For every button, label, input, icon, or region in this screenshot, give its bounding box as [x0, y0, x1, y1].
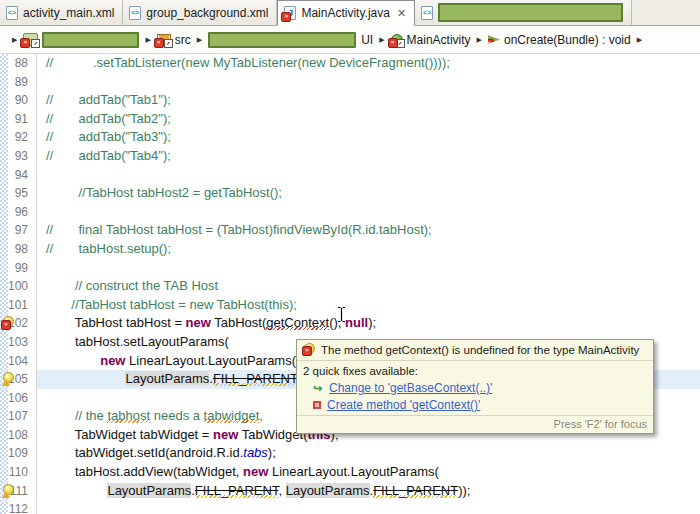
code-lines: 88// .setTabListener(new MyTabListener(n…	[0, 54, 700, 514]
bulb-warning-icon[interactable]	[1, 484, 15, 498]
line-number: 106	[0, 389, 36, 408]
redacted-package-name	[208, 32, 356, 48]
redacted-project-name	[42, 32, 139, 48]
code-line-100[interactable]: 100 // construct the TAB Host	[0, 277, 700, 296]
code-line-94[interactable]: 94	[0, 166, 700, 185]
code-text: TabHost tabHost = new TabHost(getContext…	[36, 314, 700, 333]
line-number: 91	[0, 110, 36, 129]
line-number: 107	[0, 407, 36, 426]
tab-label: activity_main.xml	[23, 6, 114, 20]
quickfix-change-link[interactable]: Change to 'getBaseContext(..)'	[329, 381, 492, 395]
tooltip-focus-hint: Press 'F2' for focus	[297, 415, 653, 433]
code-line-101[interactable]: 101 //TabHost tabHost = new TabHost(this…	[0, 296, 700, 315]
code-line-99[interactable]: 99	[0, 259, 700, 278]
tooltip-error-message: The method getContext() is undefined for…	[321, 344, 639, 356]
xml-file-icon	[6, 6, 18, 20]
code-line-109[interactable]: 109 tabWidget.setId(android.R.id.tabs);	[0, 444, 700, 463]
breadcrumb-src-label: src	[175, 33, 191, 47]
change-correction-icon: ↪	[313, 383, 323, 393]
code-text	[36, 203, 700, 222]
tab-group-background-xml[interactable]: group_background.xml	[123, 0, 277, 25]
redacted-tab-name	[438, 3, 623, 22]
code-text	[36, 500, 700, 514]
code-line-91[interactable]: 91// addTab("Tab2");	[0, 110, 700, 129]
line-number: 95	[0, 184, 36, 203]
class-error-icon	[391, 34, 403, 46]
code-line-110[interactable]: 110 tabHost.addView(tabWidget, new Linea…	[0, 463, 700, 482]
code-text: // addTab("Tab2");	[36, 110, 700, 129]
line-number: 93	[0, 147, 36, 166]
code-editor[interactable]: 88// .setTabListener(new MyTabListener(n…	[0, 54, 700, 514]
line-number: 90	[0, 91, 36, 110]
line-number: 100	[0, 277, 36, 296]
code-text: // addTab("Tab3");	[36, 128, 700, 147]
code-line-89[interactable]: 89	[0, 73, 700, 92]
code-line-88[interactable]: 88// .setTabListener(new MyTabListener(n…	[0, 54, 700, 73]
breadcrumb-arrow-icon[interactable]: ▶	[12, 36, 17, 44]
tab-label: MainActivity.java	[301, 6, 389, 20]
tab-label: group_background.xml	[146, 6, 268, 20]
line-number: 96	[0, 203, 36, 222]
create-correction-icon	[313, 401, 321, 409]
code-line-102[interactable]: 102 TabHost tabHost = new TabHost(getCon…	[0, 314, 700, 333]
line-number: 103	[0, 333, 36, 352]
code-line-93[interactable]: 93// addTab("Tab4");	[0, 147, 700, 166]
code-line-96[interactable]: 96	[0, 203, 700, 222]
tab-redacted[interactable]	[415, 0, 632, 25]
breadcrumb-package[interactable]: UI	[208, 32, 373, 48]
breadcrumb-package-suffix: UI	[361, 33, 373, 47]
breadcrumb-class-label: MainActivity	[407, 33, 471, 47]
line-number: 112	[0, 500, 36, 514]
quickfix-count-label: 2 quick fixes available:	[297, 361, 653, 379]
code-line-97[interactable]: 97// final TabHost tabHost = (TabHost)fi…	[0, 221, 700, 240]
tab-activity-main-xml[interactable]: activity_main.xml	[0, 0, 123, 25]
code-text	[36, 166, 700, 185]
code-line-92[interactable]: 92// addTab("Tab3");	[0, 128, 700, 147]
bulb-warning-icon[interactable]	[1, 372, 15, 386]
line-number: 99	[0, 259, 36, 278]
line-number: 101	[0, 296, 36, 315]
line-number: 104	[0, 352, 36, 371]
line-number: 97	[0, 221, 36, 240]
breadcrumb-method[interactable]: onCreate(Bundle) : void	[488, 33, 631, 47]
code-line-95[interactable]: 95 //TabHost tabHost2 = getTabHost();	[0, 184, 700, 203]
line-number: 92	[0, 128, 36, 147]
code-line-111[interactable]: 111 LayoutParams.FILL_PARENT, LayoutPara…	[0, 482, 700, 501]
code-text: tabWidget.setId(android.R.id.tabs);	[36, 444, 700, 463]
text-cursor-icon	[336, 306, 347, 323]
breadcrumb-class[interactable]: MainActivity	[391, 33, 471, 47]
line-number: 94	[0, 166, 36, 185]
code-line-112[interactable]: 112	[0, 500, 700, 514]
source-folder-error-icon	[157, 34, 171, 46]
code-text: // final TabHost tabHost = (TabHost)find…	[36, 221, 700, 240]
tab-mainactivity-java[interactable]: MainActivity.java ✕	[277, 0, 415, 26]
quickfix-row: ↪ Change to 'getBaseContext(..)'	[297, 379, 653, 396]
breadcrumb-arrow-icon: ▶	[637, 36, 642, 44]
bulb-error-icon[interactable]	[1, 316, 15, 330]
breadcrumb-method-label: onCreate(Bundle) : void	[504, 33, 631, 47]
code-line-98[interactable]: 98// tabHost.setup();	[0, 240, 700, 259]
project-error-icon	[23, 33, 38, 46]
quickfix-row: Create method 'getContext()'	[297, 396, 653, 413]
line-number: 108	[0, 426, 36, 445]
code-text	[36, 259, 700, 278]
error-bulb-icon	[302, 343, 316, 356]
breadcrumb-arrow-icon: ▶	[379, 36, 384, 44]
code-text	[36, 73, 700, 92]
breadcrumb-src-folder[interactable]: src	[157, 33, 191, 47]
code-line-90[interactable]: 90// addTab("Tab1");	[0, 91, 700, 110]
code-text: tabHost.addView(tabWidget, new LinearLay…	[36, 463, 700, 482]
code-text: // construct the TAB Host	[36, 277, 700, 296]
breadcrumb-project[interactable]	[23, 32, 139, 48]
code-text: //TabHost tabHost2 = getTabHost();	[36, 184, 700, 203]
breadcrumb-arrow-icon: ▶	[197, 36, 202, 44]
quickfix-create-link[interactable]: Create method 'getContext()'	[327, 398, 480, 412]
line-number: 110	[0, 463, 36, 482]
close-tab-icon[interactable]: ✕	[397, 8, 406, 19]
breadcrumb-arrow-icon: ▶	[477, 36, 482, 44]
xml-file-icon	[129, 6, 141, 20]
code-text: LayoutParams.FILL_PARENT, LayoutParams.F…	[36, 482, 700, 501]
java-file-error-icon	[284, 6, 296, 20]
breadcrumb: ▶ ▶ src ▶ UI ▶ MainActivity ▶ onCreate(B…	[0, 26, 700, 54]
method-error-icon	[488, 34, 500, 46]
